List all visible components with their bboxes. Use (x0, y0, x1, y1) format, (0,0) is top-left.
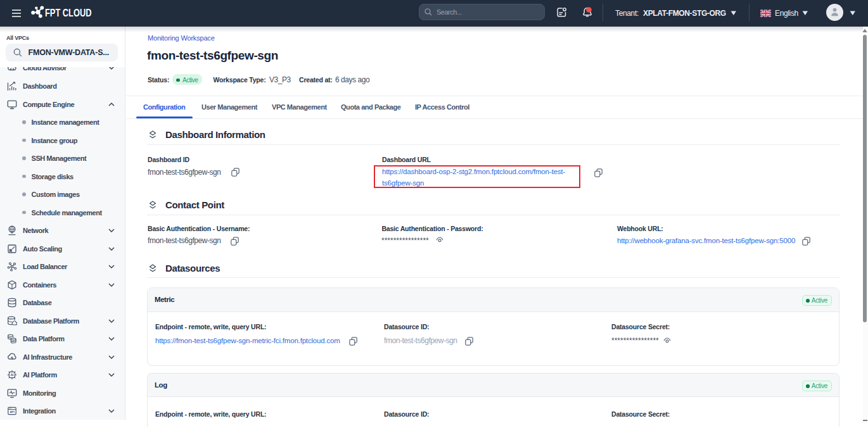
svg-text:API: API (10, 410, 14, 413)
svg-text:AI: AI (11, 373, 15, 377)
svg-text:FPT CLOUD: FPT CLOUD (45, 7, 92, 18)
